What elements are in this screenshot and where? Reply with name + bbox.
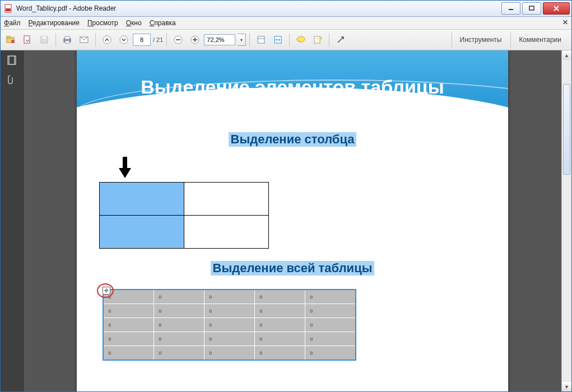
scroll-down-button[interactable]: ▼: [562, 382, 571, 391]
menu-help[interactable]: Справка: [150, 19, 176, 27]
page-number-input[interactable]: [133, 34, 151, 46]
thumbnails-icon[interactable]: [6, 55, 17, 66]
vertical-scrollbar[interactable]: ▲ ▼: [561, 50, 571, 391]
table-cell: ¤: [154, 290, 204, 304]
table-cell: ¤: [305, 318, 356, 332]
table-cell: ¤: [204, 332, 255, 346]
svg-point-8: [11, 40, 15, 43]
nav-pane: [1, 50, 24, 391]
svg-point-17: [120, 36, 128, 44]
menu-view[interactable]: Просмотр: [87, 19, 118, 27]
fit-page-button[interactable]: [253, 32, 269, 48]
window-title: Word_Tablicy.pdf - Adobe Reader: [16, 4, 501, 12]
pdf-page: Выделение элементов таблицы Выделение ст…: [77, 50, 508, 391]
table-cell: [100, 183, 184, 216]
table-cell: [100, 216, 184, 249]
svg-rect-23: [258, 36, 264, 43]
page-down-button[interactable]: [116, 32, 132, 48]
scroll-up-button[interactable]: ▲: [562, 50, 571, 60]
scroll-thumb[interactable]: [563, 84, 570, 175]
table-cell: ¤: [103, 346, 154, 361]
open-button[interactable]: [3, 32, 18, 48]
fit-width-button[interactable]: [270, 32, 286, 48]
svg-rect-14: [65, 41, 69, 43]
table-cell: ¤: [255, 332, 305, 346]
table-cell: ¤: [154, 318, 204, 332]
zoom-field[interactable]: 72,2%: [204, 34, 235, 45]
table-cell: ¤: [255, 346, 305, 361]
down-arrow-icon: [118, 156, 132, 179]
maximize-button[interactable]: [522, 2, 541, 15]
full-select-table: ¤¤¤¤¤ ¤¤¤¤¤ ¤¤¤¤¤ ¤¤¤¤¤ ¤¤¤¤¤: [103, 289, 356, 361]
table-cell: ¤: [255, 318, 305, 332]
minimize-button[interactable]: [501, 2, 520, 15]
read-mode-button[interactable]: [333, 32, 348, 48]
svg-rect-13: [65, 36, 69, 39]
svg-point-16: [103, 36, 111, 44]
zoom-out-button[interactable]: [170, 32, 186, 48]
comments-panel-button[interactable]: Комментарии: [510, 32, 569, 48]
page-total-label: / 21: [153, 36, 163, 43]
page-up-button[interactable]: [99, 32, 115, 48]
table-cell: [184, 216, 269, 249]
menubar: Файл Редактирование Просмотр Окно Справк…: [1, 17, 571, 30]
zoom-in-button[interactable]: [187, 32, 203, 48]
table-cell: ¤: [103, 304, 154, 318]
document-viewport[interactable]: Выделение элементов таблицы Выделение ст…: [24, 50, 561, 391]
table-cell: ¤: [204, 304, 255, 318]
tools-panel-button[interactable]: Инструменты: [452, 32, 510, 48]
content-area: Выделение элементов таблицы Выделение ст…: [1, 50, 571, 391]
table-cell: ¤: [154, 346, 204, 361]
toolbar: / 21 72,2% ▾ Инструменты Комментарии: [1, 30, 571, 50]
menu-window[interactable]: Окно: [126, 19, 142, 27]
svg-rect-3: [529, 6, 534, 10]
svg-rect-7: [7, 36, 10, 38]
svg-rect-31: [123, 157, 127, 169]
zoom-dropdown-button[interactable]: ▾: [238, 34, 246, 46]
table-cell: ¤: [103, 332, 154, 346]
svg-rect-11: [43, 36, 46, 39]
svg-rect-28: [315, 38, 319, 39]
table-cell: ¤: [305, 290, 356, 304]
email-button[interactable]: [76, 32, 92, 48]
close-button[interactable]: [543, 2, 570, 15]
highlight-button[interactable]: [310, 32, 325, 48]
table-cell: ¤: [255, 290, 305, 304]
table-cell: ¤: [255, 304, 305, 318]
table-cell: [184, 183, 269, 216]
table-cell: ¤: [305, 304, 356, 318]
column-select-table: [99, 182, 269, 249]
print-button[interactable]: [59, 32, 75, 48]
svg-point-26: [297, 36, 305, 42]
subtitle-column: Выделение столбца: [229, 132, 357, 147]
slide-banner: Выделение элементов таблицы: [77, 50, 508, 123]
subtitle-table: Выделение всей таблицы: [211, 261, 375, 276]
export-pdf-button[interactable]: [20, 32, 35, 48]
svg-rect-1: [6, 8, 11, 11]
menu-file[interactable]: Файл: [4, 19, 21, 27]
menu-edit[interactable]: Редактирование: [29, 19, 80, 27]
panel-close-icon[interactable]: ✕: [562, 18, 568, 26]
table-move-handle-icon: ✥: [103, 287, 110, 295]
table-cell: ¤: [154, 332, 204, 346]
table-cell: ¤: [154, 304, 204, 318]
svg-rect-27: [314, 36, 320, 43]
attachments-icon[interactable]: [6, 74, 17, 85]
table-cell: ¤: [204, 318, 255, 332]
save-button[interactable]: [36, 32, 52, 48]
titlebar: Word_Tablicy.pdf - Adobe Reader: [1, 1, 571, 17]
pdf-icon: [4, 4, 13, 13]
table-cell: ¤: [204, 290, 255, 304]
comment-button[interactable]: [293, 32, 309, 48]
table-cell: ¤: [305, 332, 356, 346]
table-cell: ¤: [103, 318, 154, 332]
table-cell: ¤: [204, 346, 255, 361]
table-cell: ¤: [305, 346, 356, 361]
